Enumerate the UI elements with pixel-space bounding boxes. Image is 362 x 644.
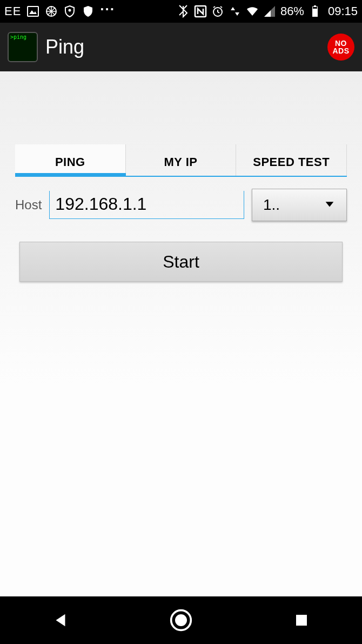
tab-my-ip[interactable]: MY IP: [126, 144, 237, 176]
count-value: 1..: [263, 196, 280, 214]
svg-rect-0: [28, 6, 38, 16]
svg-marker-1: [29, 10, 37, 14]
status-clock: 09:15: [328, 4, 358, 18]
status-right: 86% 09:15: [177, 4, 358, 18]
tab-indicator: [15, 173, 126, 177]
svg-marker-11: [235, 12, 239, 16]
svg-marker-13: [264, 10, 271, 17]
privacy-shield-icon: [63, 5, 76, 18]
tab-speed-test[interactable]: SPEED TEST: [236, 144, 347, 176]
host-row: Host 1..: [0, 177, 362, 227]
app-title: Ping: [45, 36, 84, 58]
picture-icon: [26, 5, 39, 18]
svg-point-7: [69, 9, 71, 12]
no-ads-line1: NO: [332, 39, 349, 47]
shield-icon: [82, 5, 95, 18]
nav-back-button[interactable]: [48, 607, 73, 633]
wheel-icon: [45, 5, 58, 18]
svg-rect-16: [313, 7, 317, 9]
svg-marker-10: [231, 7, 235, 10]
nav-bar: [0, 596, 362, 644]
bluetooth-icon: [177, 5, 190, 18]
status-bar: EE ··· 86% 09:15: [0, 0, 362, 23]
host-input[interactable]: [50, 191, 244, 217]
data-sync-icon: [229, 5, 242, 18]
battery-icon: [309, 5, 321, 18]
signal-icon: [263, 5, 276, 18]
svg-marker-18: [56, 614, 65, 627]
start-button[interactable]: Start: [19, 242, 343, 282]
carrier-label: EE: [4, 4, 21, 18]
chevron-down-icon: [324, 196, 336, 214]
app-icon: [8, 32, 38, 62]
svg-rect-15: [314, 5, 316, 6]
wifi-icon: [246, 5, 259, 18]
battery-percent: 86%: [280, 4, 304, 18]
tab-bar: PING MY IP SPEED TEST: [15, 144, 347, 177]
no-ads-button[interactable]: NO ADS: [327, 34, 354, 61]
svg-point-20: [175, 614, 187, 626]
tab-ping[interactable]: PING: [15, 144, 126, 176]
status-left: EE ···: [4, 4, 115, 18]
nav-recent-button[interactable]: [289, 607, 314, 633]
app-bar: Ping NO ADS: [0, 23, 362, 71]
svg-marker-17: [326, 202, 334, 207]
count-select[interactable]: 1..: [252, 189, 347, 221]
host-input-wrap: [49, 191, 244, 219]
main-content: PING MY IP SPEED TEST Host 1.. Start: [0, 71, 362, 596]
alarm-icon: [211, 5, 224, 18]
nav-home-button[interactable]: [168, 607, 194, 633]
nfc-icon: [194, 5, 207, 18]
no-ads-line2: ADS: [332, 47, 349, 55]
host-label: Host: [15, 197, 42, 213]
svg-rect-21: [296, 615, 307, 626]
